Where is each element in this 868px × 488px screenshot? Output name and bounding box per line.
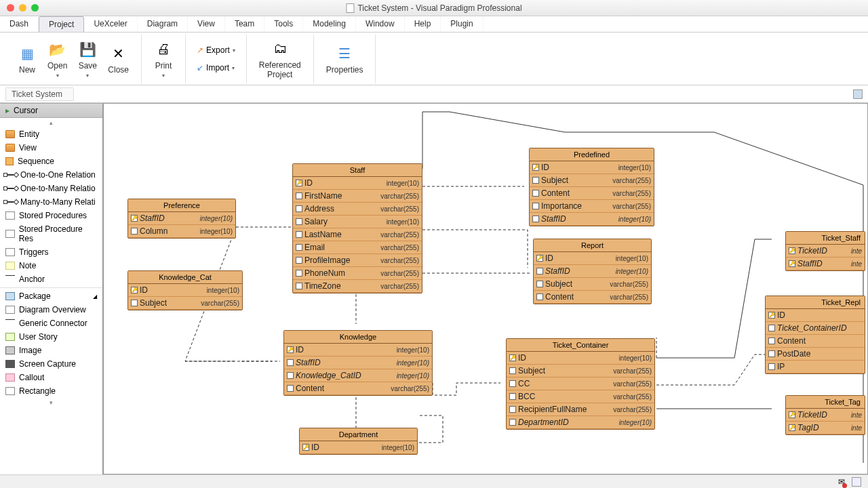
- entity-knowledge-cat[interactable]: Knowledge_Cat 🔑IDinteger(10) Subjectvarc…: [127, 270, 243, 310]
- palette-triggers[interactable]: Triggers: [0, 245, 102, 259]
- entity-staff[interactable]: Staff 🔑IDinteger(10) FirstNamevarchar(25…: [292, 163, 422, 293]
- menu-view[interactable]: View: [188, 16, 225, 32]
- palette-many-to-many[interactable]: Many-to-Many Relati: [0, 195, 102, 209]
- properties-button[interactable]: ☰Properties: [321, 43, 369, 76]
- statusbar: ✉: [0, 474, 868, 488]
- entity-title: Ticket_Container: [507, 339, 654, 352]
- menu-project[interactable]: Project: [39, 16, 84, 32]
- palette-diagram-overview[interactable]: Diagram Overview: [0, 303, 102, 317]
- menu-team[interactable]: Team: [225, 16, 264, 32]
- palette-one-to-many[interactable]: One-to-Many Relatio: [0, 182, 102, 195]
- entity-title: Preference: [128, 199, 235, 212]
- print-button[interactable]: 🖨Print▾: [149, 39, 178, 80]
- palette-collapse-icon[interactable]: ▴: [0, 118, 102, 127]
- window-title: Ticket System - Visual Paradigm Professi…: [346, 3, 521, 13]
- tool-palette: ▸Cursor ▴ Entity View Sequence One-to-On…: [0, 103, 103, 474]
- entity-ticket-repl[interactable]: Ticket_Repl 🔑ID Ticket_ContainerID Conte…: [765, 296, 865, 374]
- palette-view[interactable]: View: [0, 141, 102, 155]
- menu-tools[interactable]: Tools: [264, 16, 303, 32]
- entity-ticket-tag[interactable]: Ticket_Tag 🔑TicketIDinte 🔑TagIDinte: [785, 395, 865, 435]
- ribbon: ▦New 📂Open▾ 💾Save▾ ✕Close 🖨Print▾ ↗Expor…: [0, 33, 868, 85]
- menubar: Dash Project UeXceler Diagram View Team …: [0, 16, 868, 33]
- entity-ticket-container[interactable]: Ticket_Container 🔑IDinteger(10) Subjectv…: [506, 338, 655, 430]
- menu-uexceler[interactable]: UeXceler: [84, 16, 137, 32]
- new-button[interactable]: ▦New: [12, 43, 42, 76]
- palette-sequence[interactable]: Sequence: [0, 155, 102, 168]
- open-button[interactable]: 📂Open▾: [42, 39, 73, 80]
- entity-department[interactable]: Department 🔑IDinteger(10): [299, 428, 418, 455]
- palette-note[interactable]: Note: [0, 259, 102, 272]
- save-button[interactable]: 💾Save▾: [73, 39, 102, 80]
- maximize-window-icon[interactable]: [31, 4, 39, 12]
- entity-ticket-staff[interactable]: Ticket_Staff 🔑TicketIDinte 🔑StaffIDinte: [785, 231, 865, 271]
- palette-expand-icon[interactable]: ▾: [0, 398, 102, 407]
- menu-plugin[interactable]: Plugin: [441, 16, 483, 32]
- close-button[interactable]: ✕Close: [102, 43, 134, 76]
- export-button[interactable]: ↗Export▾: [193, 43, 239, 57]
- mail-icon[interactable]: ✉: [838, 477, 845, 487]
- palette-anchor[interactable]: Anchor: [0, 272, 102, 286]
- workspace: ▸Cursor ▴ Entity View Sequence One-to-On…: [0, 103, 868, 474]
- referenced-project-button[interactable]: 🗂Referenced Project: [254, 38, 307, 81]
- palette-screen-capture[interactable]: Screen Capture: [0, 357, 102, 371]
- palette-image[interactable]: Image: [0, 344, 102, 357]
- palette-stored-procedures[interactable]: Stored Procedures: [0, 209, 102, 222]
- document-icon: [346, 3, 354, 13]
- palette-callout[interactable]: Callout: [0, 371, 102, 384]
- palette-cursor[interactable]: ▸Cursor: [0, 103, 102, 118]
- palette-entity[interactable]: Entity: [0, 127, 102, 141]
- menu-help[interactable]: Help: [405, 16, 441, 32]
- window-controls: [0, 4, 39, 12]
- menu-modeling[interactable]: Modeling: [303, 16, 356, 32]
- palette-generic-connector[interactable]: Generic Connector: [0, 317, 102, 330]
- palette-package[interactable]: Package◢: [0, 289, 102, 303]
- entity-title: Predefined: [530, 148, 654, 161]
- entity-title: Knowledge: [284, 331, 432, 344]
- entity-predefined[interactable]: Predefined 🔑IDinteger(10) Subjectvarchar…: [529, 148, 654, 226]
- entity-title: Knowledge_Cat: [128, 271, 242, 284]
- import-button[interactable]: ↙Import▾: [193, 61, 239, 75]
- palette-user-story[interactable]: User Story: [0, 330, 102, 344]
- note-icon[interactable]: [852, 477, 861, 487]
- close-window-icon[interactable]: [7, 4, 14, 12]
- entity-title: Ticket_Repl: [766, 296, 865, 309]
- entity-title: Staff: [293, 164, 422, 177]
- menu-dash[interactable]: Dash: [0, 16, 39, 32]
- entity-report[interactable]: Report 🔑IDinteger(10) StaffIDinteger(10)…: [533, 239, 652, 304]
- palette-one-to-one[interactable]: One-to-One Relation: [0, 168, 102, 182]
- entity-title: Report: [534, 239, 651, 252]
- palette-stored-procedure-res[interactable]: Stored Procedure Res: [0, 222, 102, 245]
- breadcrumb-item[interactable]: Ticket System: [5, 87, 74, 101]
- breadcrumb-expand-icon[interactable]: [853, 89, 863, 99]
- titlebar: Ticket System - Visual Paradigm Professi…: [0, 0, 868, 16]
- entity-knowledge[interactable]: Knowledge 🔑IDinteger(10) StaffIDinteger(…: [283, 330, 433, 396]
- minimize-window-icon[interactable]: [19, 4, 26, 12]
- entity-title: Ticket_Staff: [786, 232, 865, 245]
- palette-rectangle[interactable]: Rectangle: [0, 384, 102, 398]
- breadcrumb-bar: Ticket System: [0, 85, 868, 103]
- menu-window[interactable]: Window: [356, 16, 405, 32]
- entity-preference[interactable]: Preference 🔑StaffIDinteger(10) Columnint…: [127, 199, 236, 239]
- diagram-canvas[interactable]: Preference 🔑StaffIDinteger(10) Columnint…: [103, 103, 868, 474]
- entity-title: Department: [300, 428, 417, 441]
- entity-title: Ticket_Tag: [786, 396, 865, 409]
- menu-diagram[interactable]: Diagram: [138, 16, 188, 32]
